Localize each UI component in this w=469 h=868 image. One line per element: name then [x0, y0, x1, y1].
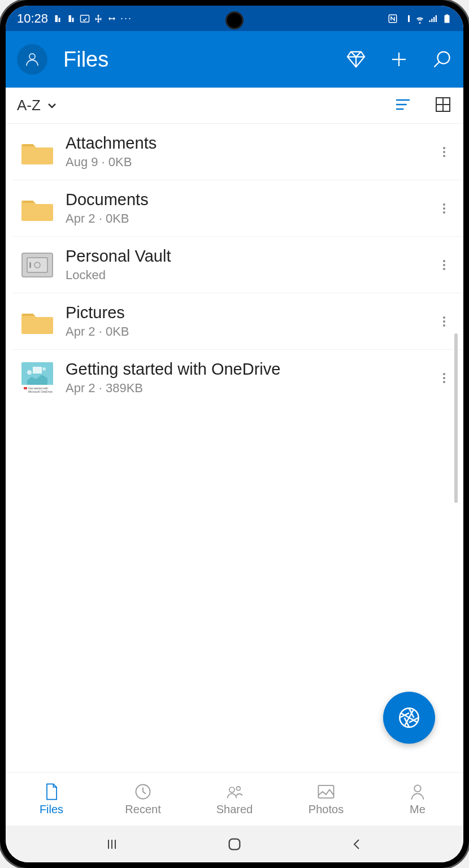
- notif-icon: [66, 14, 76, 24]
- header-actions: [346, 49, 452, 70]
- status-right-icons: [388, 14, 452, 24]
- folder-icon: [19, 137, 55, 167]
- file-more-button[interactable]: [436, 260, 452, 270]
- camera-fab[interactable]: [383, 692, 435, 744]
- system-back-button[interactable]: [340, 833, 374, 856]
- search-button[interactable]: [432, 49, 452, 70]
- folder-icon: [19, 307, 55, 336]
- nav-label: Files: [40, 803, 63, 816]
- phone-screen: 10:28 ···: [6, 6, 463, 862]
- file-meta: Apr 2 · 0KB: [66, 211, 426, 226]
- svg-rect-3: [72, 18, 74, 22]
- file-info: Personal Vault Locked: [66, 247, 426, 283]
- svg-rect-1: [59, 18, 60, 22]
- svg-rect-10: [445, 15, 450, 23]
- list-item[interactable]: Attachments Aug 9 · 0KB: [12, 124, 463, 180]
- svg-rect-4: [81, 15, 89, 22]
- bottom-nav: Files Recent Shared Photos: [6, 772, 463, 826]
- svg-point-28: [229, 787, 234, 792]
- svg-rect-17: [29, 262, 31, 268]
- system-home-button[interactable]: [218, 833, 251, 856]
- chevron-down-icon: [45, 99, 59, 112]
- status-time: 10:28: [17, 11, 48, 26]
- grid-view-button[interactable]: [434, 96, 452, 116]
- file-meta: Apr 2 · 389KB: [66, 381, 426, 396]
- svg-text:Microsoft OneDrive: Microsoft OneDrive: [28, 390, 53, 393]
- transfer-icon: [107, 14, 117, 24]
- svg-rect-32: [229, 839, 240, 849]
- svg-point-12: [29, 54, 35, 59]
- svg-point-29: [236, 786, 240, 790]
- folder-icon: [19, 194, 55, 223]
- file-list[interactable]: Attachments Aug 9 · 0KB Documents Apr 2 …: [6, 124, 463, 772]
- person-icon: [24, 51, 41, 68]
- vibrate-icon: [401, 14, 411, 24]
- clock-icon: [134, 783, 152, 801]
- account-button[interactable]: [17, 44, 47, 75]
- people-icon: [225, 783, 244, 801]
- nav-me[interactable]: Me: [372, 772, 463, 826]
- file-name: Pictures: [66, 303, 426, 322]
- list-item[interactable]: Personal Vault Locked: [12, 237, 463, 293]
- app-header: Files: [6, 31, 463, 88]
- file-more-button[interactable]: [436, 373, 452, 383]
- file-info: Getting started with OneDrive Apr 2 · 38…: [66, 360, 426, 396]
- svg-point-31: [414, 785, 421, 792]
- nav-files[interactable]: Files: [6, 772, 97, 826]
- more-icon: ···: [120, 12, 132, 24]
- search-icon: [432, 49, 452, 70]
- file-icon: [42, 783, 60, 801]
- file-more-button[interactable]: [436, 203, 452, 214]
- svg-rect-11: [446, 14, 449, 15]
- document-thumb-icon: Get started withMicrosoft OneDrive: [19, 363, 55, 393]
- status-left: 10:28 ···: [17, 11, 132, 26]
- filter-actions: [392, 96, 452, 116]
- svg-rect-9: [436, 15, 437, 22]
- svg-rect-23: [24, 387, 27, 389]
- camera-aperture-icon: [398, 706, 420, 729]
- image-icon: [317, 783, 335, 801]
- nfc-icon: [388, 14, 398, 24]
- file-more-button[interactable]: [436, 316, 452, 327]
- signal-icon: [428, 14, 438, 24]
- nav-label: Shared: [216, 803, 253, 816]
- sort-label: A-Z: [17, 97, 41, 114]
- sort-view-button[interactable]: [392, 96, 414, 116]
- camera-hole: [225, 11, 244, 29]
- file-info: Pictures Apr 2 · 0KB: [66, 303, 426, 339]
- file-info: Documents Apr 2 · 0KB: [66, 190, 426, 226]
- svg-point-19: [27, 370, 32, 375]
- back-icon: [350, 836, 364, 852]
- sort-lines-icon: [392, 96, 414, 114]
- system-nav: [6, 826, 463, 862]
- file-name: Getting started with OneDrive: [66, 360, 426, 379]
- status-right: [388, 14, 452, 24]
- system-recents-button[interactable]: [95, 833, 129, 856]
- nav-recent[interactable]: Recent: [97, 772, 189, 826]
- scroll-indicator[interactable]: [454, 333, 458, 503]
- list-item[interactable]: Documents Apr 2 · 0KB: [12, 180, 463, 237]
- person-icon: [409, 783, 427, 801]
- usb-icon: [93, 14, 103, 24]
- add-button[interactable]: [389, 49, 409, 70]
- nav-shared[interactable]: Shared: [189, 772, 280, 826]
- list-item[interactable]: Get started withMicrosoft OneDrive Getti…: [12, 350, 463, 406]
- file-name: Personal Vault: [66, 247, 426, 266]
- svg-rect-7: [431, 19, 432, 22]
- phone-frame: 10:28 ···: [0, 0, 469, 868]
- menu-icon: [104, 837, 120, 851]
- home-icon: [227, 836, 242, 852]
- cast-icon: [80, 14, 90, 24]
- list-item[interactable]: Pictures Apr 2 · 0KB: [12, 293, 463, 350]
- nav-label: Me: [410, 803, 425, 816]
- svg-rect-2: [69, 15, 72, 22]
- grid-icon: [434, 96, 452, 114]
- file-info: Attachments Aug 9 · 0KB: [66, 134, 426, 170]
- premium-button[interactable]: [346, 49, 366, 70]
- svg-point-20: [42, 367, 46, 371]
- sort-toggle[interactable]: A-Z: [17, 97, 59, 114]
- nav-photos[interactable]: Photos: [280, 772, 372, 826]
- plus-icon: [389, 49, 409, 70]
- nav-label: Recent: [125, 803, 160, 816]
- file-more-button[interactable]: [436, 147, 452, 157]
